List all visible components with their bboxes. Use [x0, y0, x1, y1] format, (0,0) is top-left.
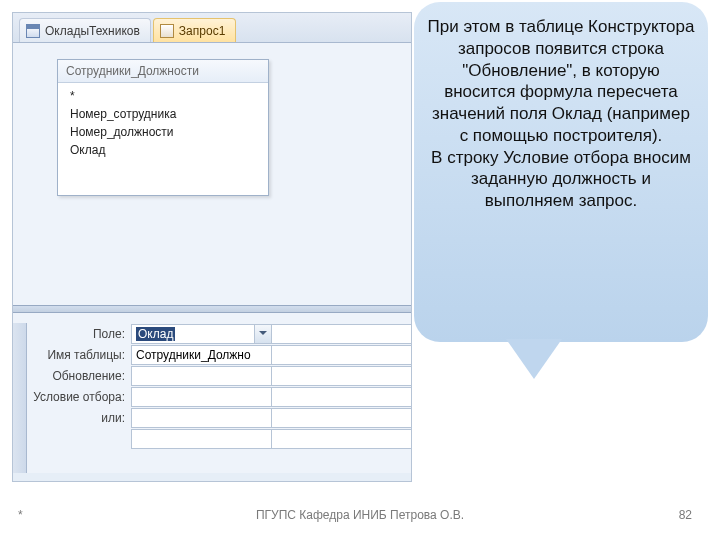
field-item[interactable]: Номер_сотрудника: [58, 105, 268, 123]
design-canvas[interactable]: Сотрудники_Должности * Номер_сотрудника …: [13, 43, 411, 305]
or-cell-empty[interactable]: [271, 408, 411, 428]
field-value-selected: Оклад: [136, 327, 175, 341]
field-list: * Номер_сотрудника Номер_должности Оклад: [58, 83, 268, 195]
field-item[interactable]: *: [58, 87, 268, 105]
tab-zapros1[interactable]: Запрос1: [153, 18, 236, 42]
table-value: Сотрудники_Должно: [136, 348, 251, 362]
grid-row-field: Поле: Оклад: [27, 323, 411, 344]
callout-bubble: При этом в таблице Конструктора запросов…: [414, 2, 708, 342]
table-icon: [26, 24, 40, 38]
row-label-or: или:: [27, 411, 131, 425]
tab-label: ОкладыТехников: [45, 24, 140, 38]
grid-row-update: Обновление:: [27, 365, 411, 386]
footer-page-number: 82: [679, 508, 692, 522]
extra-cell[interactable]: [131, 429, 271, 449]
footer-center: ПГУПС Кафедра ИНИБ Петрова О.В.: [0, 508, 720, 522]
table-cell-empty[interactable]: [271, 345, 411, 365]
or-cell[interactable]: [131, 408, 271, 428]
annotation-callout: При этом в таблице Конструктора запросов…: [414, 2, 708, 375]
row-label-update: Обновление:: [27, 369, 131, 383]
row-label-table: Имя таблицы:: [27, 348, 131, 362]
update-cell-empty[interactable]: [271, 366, 411, 386]
field-item[interactable]: Номер_должности: [58, 123, 268, 141]
grid-row-criteria: Условие отбора:: [27, 386, 411, 407]
criteria-cell-empty[interactable]: [271, 387, 411, 407]
tab-bar: ОкладыТехников Запрос1: [13, 13, 411, 43]
field-item[interactable]: Оклад: [58, 141, 268, 159]
grid-row-table: Имя таблицы: Сотрудники_Должно: [27, 344, 411, 365]
callout-text: При этом в таблице Конструктора запросов…: [428, 17, 695, 210]
query-icon: [160, 24, 174, 38]
criteria-cell[interactable]: [131, 387, 271, 407]
row-label-field: Поле:: [27, 327, 131, 341]
pane-splitter[interactable]: [13, 305, 411, 313]
source-table-box[interactable]: Сотрудники_Должности * Номер_сотрудника …: [57, 59, 269, 196]
grid-row-extra: [27, 428, 411, 449]
row-label-criteria: Условие отбора:: [27, 390, 131, 404]
access-query-designer: ОкладыТехников Запрос1 Сотрудники_Должно…: [12, 12, 412, 482]
extra-cell-empty[interactable]: [271, 429, 411, 449]
callout-pointer-icon: [506, 339, 562, 379]
source-table-title: Сотрудники_Должности: [58, 60, 268, 83]
dropdown-icon[interactable]: [254, 325, 271, 343]
tab-oklady-tehnikov[interactable]: ОкладыТехников: [19, 18, 151, 42]
update-cell[interactable]: [131, 366, 271, 386]
field-cell[interactable]: Оклад: [131, 324, 271, 344]
row-selector-gutter[interactable]: [13, 323, 27, 473]
grid-row-or: или:: [27, 407, 411, 428]
tab-label: Запрос1: [179, 24, 225, 38]
qbe-grid: Поле: Оклад Имя таблицы: Сотрудники_Долж…: [13, 313, 411, 473]
table-cell[interactable]: Сотрудники_Должно: [131, 345, 271, 365]
field-cell-empty[interactable]: [271, 324, 411, 344]
